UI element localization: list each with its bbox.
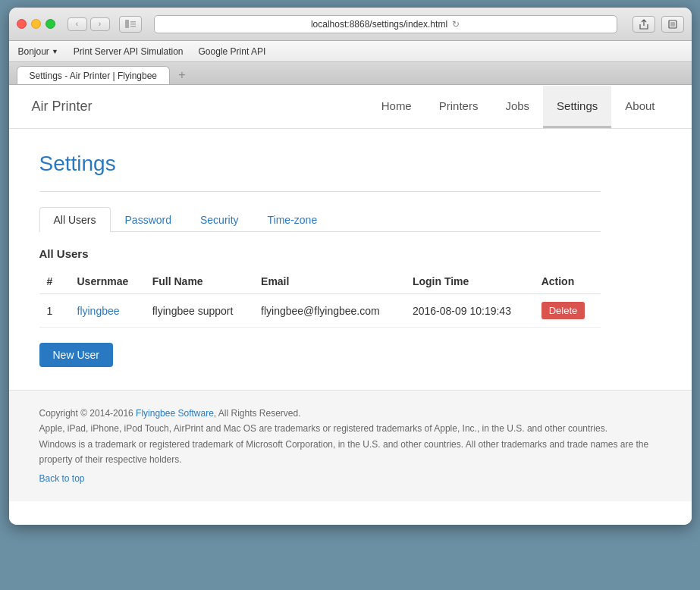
col-header-action: Action: [534, 269, 601, 294]
bookmark-print-server-label: Print Server API Simulation: [74, 46, 184, 57]
page-content: Air Printer Home Printers Jobs Settings …: [9, 85, 692, 525]
col-header-num: #: [39, 269, 70, 294]
footer-windows-trademark: Windows is a trademark or registered tra…: [39, 437, 661, 468]
tab-all-users[interactable]: All Users: [39, 207, 111, 232]
svg-rect-0: [125, 20, 129, 28]
nav-printers[interactable]: Printers: [425, 86, 492, 128]
active-tab[interactable]: Settings - Air Printer | Flyingbee: [17, 66, 171, 84]
footer-copyright-text: Copyright © 2014-2016: [39, 408, 137, 419]
username-link[interactable]: flyingbee: [77, 305, 120, 317]
traffic-lights: [17, 19, 55, 29]
nav-links: Home Printers Jobs Settings About: [368, 86, 669, 128]
title-divider: [39, 191, 601, 192]
bookmark-bonjour[interactable]: Bonjour ▼: [18, 46, 58, 57]
delete-button[interactable]: Delete: [541, 302, 585, 319]
minimize-button[interactable]: [31, 19, 41, 29]
page-footer: Copyright © 2014-2016 Flyingbee Software…: [9, 390, 692, 501]
maximize-button[interactable]: [46, 19, 55, 29]
window-controls: [633, 16, 684, 33]
bookmark-print-server[interactable]: Print Server API Simulation: [74, 46, 184, 57]
close-button[interactable]: [17, 19, 27, 29]
new-tab-button[interactable]: +: [174, 67, 190, 83]
back-button[interactable]: ‹: [67, 17, 87, 31]
nav-buttons: ‹ ›: [67, 17, 110, 31]
col-header-username: Usernmae: [70, 269, 145, 294]
bookmark-google-print-label: Google Print API: [199, 46, 266, 57]
bookmark-bonjour-label: Bonjour: [18, 46, 49, 57]
bookmark-google-print[interactable]: Google Print API: [199, 46, 266, 57]
svg-rect-1: [130, 21, 136, 23]
bonjour-dropdown-arrow: ▼: [52, 48, 58, 55]
tab-title: Settings - Air Printer | Flyingbee: [30, 71, 158, 81]
row-action: Delete: [534, 294, 601, 328]
col-header-email: Email: [253, 269, 405, 294]
sidebar-button[interactable]: [119, 16, 142, 33]
nav-settings[interactable]: Settings: [543, 86, 611, 128]
tab-security[interactable]: Security: [186, 207, 253, 232]
row-email: flyingbee@flyingbee.com: [253, 294, 405, 328]
forward-button[interactable]: ›: [90, 17, 110, 31]
tab-password[interactable]: Password: [111, 207, 186, 232]
table-row: 1 flyingbee flyingbee support flyingbee@…: [39, 294, 601, 328]
row-logintime: 2016-08-09 10:19:43: [405, 294, 534, 328]
fullscreen-button[interactable]: [661, 16, 684, 33]
settings-container: Settings All Users Password Security Tim…: [9, 129, 631, 390]
col-header-logintime: Login Time: [405, 269, 534, 294]
footer-apple-trademark: Apple, iPad, iPhone, iPod Touch, AirPrin…: [39, 421, 661, 436]
row-fullname: flyingbee support: [145, 294, 253, 328]
url-bar-container: localhost:8868/settings/index.html ↻: [154, 15, 617, 33]
footer-copyright-line: Copyright © 2014-2016 Flyingbee Software…: [39, 406, 661, 421]
nav-about[interactable]: About: [611, 86, 668, 128]
svg-rect-5: [670, 22, 675, 27]
share-button[interactable]: [633, 16, 655, 33]
row-num: 1: [39, 294, 70, 328]
svg-rect-3: [130, 26, 136, 27]
settings-tabs: All Users Password Security Time-zone: [39, 207, 601, 232]
col-header-fullname: Full Name: [145, 269, 253, 294]
back-to-top-link[interactable]: Back to top: [39, 471, 85, 486]
tab-bar: Settings - Air Printer | Flyingbee +: [9, 62, 692, 85]
bookmarks-bar: Bonjour ▼ Print Server API Simulation Go…: [9, 41, 692, 62]
tab-time-zone[interactable]: Time-zone: [253, 207, 332, 232]
nav-home[interactable]: Home: [368, 86, 425, 128]
users-table: # Usernmae Full Name Email Login Time Ac…: [39, 269, 601, 328]
footer-company: Flyingbee Software: [136, 408, 214, 419]
settings-title: Settings: [39, 152, 601, 176]
new-user-button[interactable]: New User: [39, 343, 113, 367]
url-bar[interactable]: localhost:8868/settings/index.html ↻: [154, 15, 617, 33]
app-logo: Air Printer: [32, 99, 93, 115]
nav-jobs[interactable]: Jobs: [491, 86, 543, 128]
app-nav: Air Printer Home Printers Jobs Settings …: [9, 85, 692, 129]
url-text: localhost:8868/settings/index.html: [311, 19, 447, 30]
title-bar: ‹ › localhost:8868/settings/index.html ↻: [9, 8, 692, 41]
footer-rights: , All Rights Reserved.: [214, 408, 301, 419]
section-title: All Users: [39, 247, 601, 260]
reload-button[interactable]: ↻: [452, 19, 460, 30]
row-username: flyingbee: [70, 294, 145, 328]
svg-rect-2: [130, 24, 136, 25]
